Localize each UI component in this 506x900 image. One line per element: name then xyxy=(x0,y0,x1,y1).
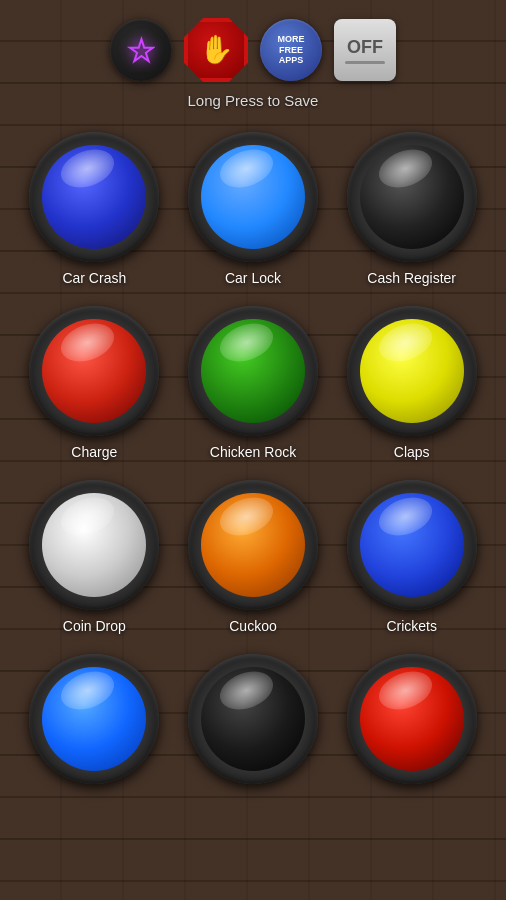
off-toggle[interactable]: OFF xyxy=(334,19,396,81)
hand-icon: ✋ xyxy=(199,36,234,64)
btn-ring-crickets xyxy=(347,480,477,610)
sound-label-cash-register: Cash Register xyxy=(367,270,456,286)
sound-cell-cash-register[interactable]: Cash Register xyxy=(332,124,491,298)
btn-inner-cuckoo xyxy=(201,493,305,597)
btn-shine-car-crash xyxy=(56,145,120,194)
btn-ring-car-crash xyxy=(29,132,159,262)
btn-shine-car-lock xyxy=(215,145,279,194)
sound-cell-coin-drop[interactable]: Coin Drop xyxy=(15,472,174,646)
sound-cell-car-lock[interactable]: Car Lock xyxy=(174,124,333,298)
btn-inner-charge xyxy=(42,319,146,423)
sound-cell-chicken-rock[interactable]: Chicken Rock xyxy=(174,298,333,472)
btn-ring-coin-drop xyxy=(29,480,159,610)
btn-inner-sound-12 xyxy=(360,667,464,771)
btn-shine-claps xyxy=(373,319,437,368)
btn-shine-chicken-rock xyxy=(215,319,279,368)
sound-cell-sound-10[interactable] xyxy=(15,646,174,796)
btn-shine-sound-10 xyxy=(56,667,120,716)
sound-cell-crickets[interactable]: Crickets xyxy=(332,472,491,646)
btn-ring-sound-11 xyxy=(188,654,318,784)
stop-button[interactable]: ✋ xyxy=(184,18,248,82)
sound-label-coin-drop: Coin Drop xyxy=(63,618,126,634)
btn-ring-sound-10 xyxy=(29,654,159,784)
off-line xyxy=(345,61,385,64)
header: ★ ✋ MoreFreeApps OFF xyxy=(0,0,506,87)
btn-inner-sound-10 xyxy=(42,667,146,771)
btn-inner-claps xyxy=(360,319,464,423)
sound-label-car-crash: Car Crash xyxy=(62,270,126,286)
btn-ring-charge xyxy=(29,306,159,436)
btn-ring-cash-register xyxy=(347,132,477,262)
sound-cell-claps[interactable]: Claps xyxy=(332,298,491,472)
btn-shine-charge xyxy=(56,319,120,368)
sound-label-car-lock: Car Lock xyxy=(225,270,281,286)
btn-inner-sound-11 xyxy=(201,667,305,771)
more-apps-label: MoreFreeApps xyxy=(278,34,305,66)
sound-label-cuckoo: Cuckoo xyxy=(229,618,276,634)
sound-cell-car-crash[interactable]: Car Crash xyxy=(15,124,174,298)
btn-shine-cuckoo xyxy=(215,493,279,542)
sound-label-claps: Claps xyxy=(394,444,430,460)
sound-grid: Car CrashCar LockCash RegisterChargeChic… xyxy=(0,119,506,801)
btn-ring-car-lock xyxy=(188,132,318,262)
btn-ring-claps xyxy=(347,306,477,436)
sound-label-chicken-rock: Chicken Rock xyxy=(210,444,296,460)
btn-shine-cash-register xyxy=(373,145,437,194)
save-hint: Long Press to Save xyxy=(0,87,506,119)
sound-label-charge: Charge xyxy=(71,444,117,460)
btn-shine-crickets xyxy=(373,493,437,542)
sound-cell-charge[interactable]: Charge xyxy=(15,298,174,472)
btn-inner-car-crash xyxy=(42,145,146,249)
more-apps-button[interactable]: MoreFreeApps xyxy=(260,19,322,81)
btn-inner-car-lock xyxy=(201,145,305,249)
btn-ring-cuckoo xyxy=(188,480,318,610)
btn-ring-chicken-rock xyxy=(188,306,318,436)
btn-inner-coin-drop xyxy=(42,493,146,597)
off-label: OFF xyxy=(347,37,383,58)
btn-inner-crickets xyxy=(360,493,464,597)
favorites-button[interactable]: ★ xyxy=(110,19,172,81)
sound-label-crickets: Crickets xyxy=(386,618,437,634)
sound-cell-sound-12[interactable] xyxy=(332,646,491,796)
sound-cell-sound-11[interactable] xyxy=(174,646,333,796)
btn-inner-chicken-rock xyxy=(201,319,305,423)
app-container: ★ ✋ MoreFreeApps OFF Long Press to Save … xyxy=(0,0,506,801)
btn-shine-sound-11 xyxy=(215,667,279,716)
btn-shine-coin-drop xyxy=(56,493,120,542)
btn-inner-cash-register xyxy=(360,145,464,249)
star-icon: ★ xyxy=(128,33,155,68)
btn-ring-sound-12 xyxy=(347,654,477,784)
btn-shine-sound-12 xyxy=(373,667,437,716)
sound-cell-cuckoo[interactable]: Cuckoo xyxy=(174,472,333,646)
